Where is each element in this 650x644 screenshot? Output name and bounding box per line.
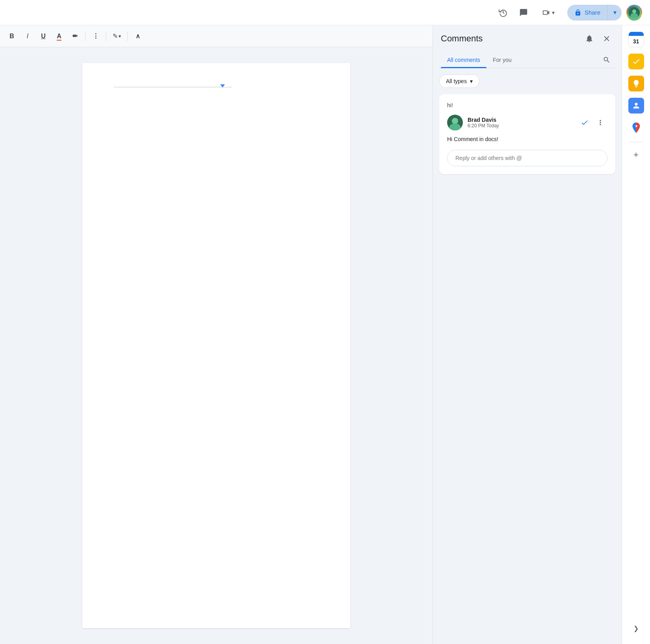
filter-area: All types ▾ [439, 74, 615, 88]
cursor-marker [220, 84, 225, 87]
history-icon[interactable] [496, 6, 510, 20]
keep-icon [628, 76, 644, 91]
document-content[interactable] [0, 47, 433, 644]
highlight-button[interactable]: ✏ [68, 29, 82, 43]
share-arrow-icon: ▾ [613, 9, 617, 16]
sidebar-item-maps[interactable] [627, 118, 646, 137]
svg-point-1 [632, 9, 636, 13]
right-sidebar: 31 [622, 25, 650, 644]
avatar-initials [627, 6, 641, 20]
font-color-button[interactable]: A [52, 29, 66, 43]
format-divider-1 [85, 32, 85, 41]
tab-all-comments[interactable]: All comments [441, 52, 487, 68]
sidebar-item-keep[interactable] [627, 74, 646, 93]
italic-button[interactable]: I [20, 29, 35, 43]
cursor-line [114, 87, 232, 87]
format-bar: B I U A ✏ ⋮ ✎ ▾ ∧ [0, 25, 433, 47]
comment-author-info: Brad Davis 6:20 PM Today [468, 117, 573, 128]
resolve-comment-button[interactable] [578, 115, 592, 130]
comment-actions [578, 115, 607, 130]
tab-for-you-label: For you [493, 57, 511, 63]
calendar-header [629, 32, 644, 36]
edit-icon: ✎ [113, 32, 118, 40]
comment-author-row: Brad Davis 6:20 PM Today [447, 115, 607, 130]
comment-content: Hi Comment in docs! [447, 135, 607, 143]
svg-rect-7 [449, 126, 461, 130]
close-comments-button[interactable] [600, 32, 614, 46]
underline-button[interactable]: U [36, 29, 50, 43]
top-bar: ▾ Share ▾ [0, 0, 650, 25]
commenter-avatar [447, 115, 463, 130]
tab-for-you[interactable]: For you [487, 52, 518, 68]
filter-button[interactable]: All types ▾ [439, 74, 479, 88]
svg-point-5 [452, 118, 458, 124]
comment-timestamp: 6:20 PM Today [468, 123, 573, 128]
comments-header: Comments [439, 32, 615, 46]
commenter-name: Brad Davis [468, 117, 573, 123]
share-main: Share [567, 9, 607, 16]
share-label: Share [585, 9, 600, 16]
chevron-right-icon: ❯ [633, 625, 639, 632]
notification-button[interactable] [582, 32, 596, 46]
user-avatar[interactable] [626, 5, 642, 20]
video-dropdown-icon: ▾ [552, 9, 555, 16]
sidebar-item-tasks[interactable] [627, 52, 646, 71]
format-divider-3 [127, 32, 128, 41]
document-area: B I U A ✏ ⋮ ✎ ▾ ∧ [0, 25, 433, 644]
add-apps-button[interactable]: + [628, 147, 644, 163]
format-divider-2 [106, 32, 106, 41]
svg-rect-3 [631, 14, 638, 18]
sidebar-item-calendar[interactable]: 31 [627, 30, 646, 49]
comment-card: hi! Brad Davis 6:20 PM Toda [439, 94, 615, 174]
sidebar-item-contacts[interactable] [627, 96, 646, 115]
contacts-icon [628, 98, 644, 114]
edit-dropdown-icon: ▾ [119, 34, 121, 39]
main-area: B I U A ✏ ⋮ ✎ ▾ ∧ [0, 25, 650, 644]
tab-all-comments-label: All comments [447, 57, 480, 63]
filter-label: All types [446, 78, 467, 84]
document-page[interactable] [82, 63, 350, 628]
calendar-date: 31 [629, 36, 644, 47]
filter-dropdown-icon: ▾ [470, 78, 473, 84]
maps-icon [628, 120, 644, 136]
bold-button[interactable]: B [5, 29, 19, 43]
comments-title: Comments [441, 34, 483, 44]
commenter-avatar-inner [447, 115, 463, 130]
comments-header-icons [582, 32, 614, 46]
comment-preview: hi! [447, 102, 607, 108]
calendar-icon: 31 [628, 32, 644, 47]
search-comments-button[interactable] [600, 53, 614, 67]
comment-more-button[interactable] [593, 115, 607, 130]
more-options-button[interactable]: ⋮ [89, 29, 103, 43]
plus-icon: + [633, 150, 639, 160]
video-button[interactable]: ▾ [537, 6, 559, 19]
collapse-sidebar-button[interactable]: ❯ [628, 620, 644, 636]
reply-input[interactable] [447, 150, 607, 166]
tasks-icon [628, 54, 644, 69]
share-dropdown[interactable]: ▾ [607, 5, 622, 20]
toolbar-icons: ▾ [496, 6, 559, 20]
collapse-toolbar-button[interactable]: ∧ [131, 29, 145, 43]
comments-panel: Comments All comments For y [433, 25, 622, 644]
comments-icon[interactable] [516, 6, 531, 20]
comments-tabs: All comments For you [439, 52, 615, 68]
share-button[interactable]: Share ▾ [567, 5, 622, 20]
sidebar-divider [630, 142, 643, 142]
edit-mode-button[interactable]: ✎ ▾ [110, 31, 124, 41]
font-color-a: A [57, 33, 61, 40]
